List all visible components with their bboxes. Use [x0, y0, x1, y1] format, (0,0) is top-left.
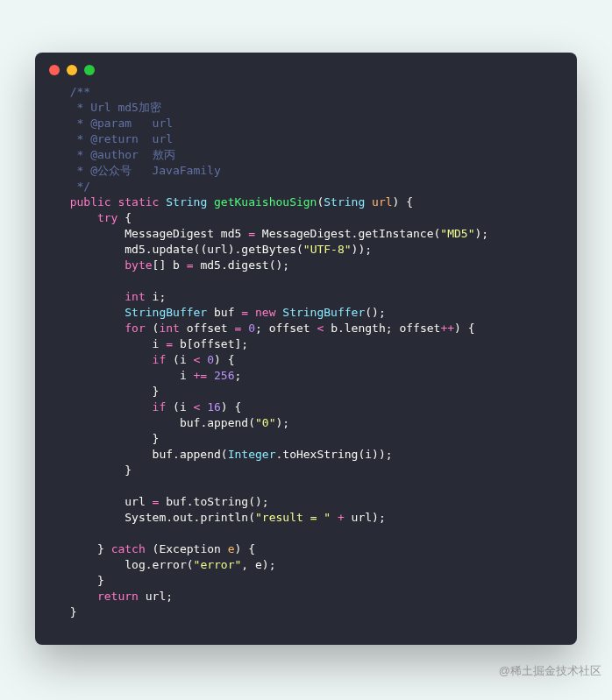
comment-l4: * @return url	[56, 132, 173, 145]
id-url3: url	[125, 495, 145, 508]
comment-l2: * Url md5加密	[56, 101, 161, 114]
kw-try: try	[97, 211, 117, 224]
id-off: offset	[187, 322, 228, 335]
id-buf3: buf	[153, 448, 173, 461]
comment-l3: * @param url	[56, 117, 173, 130]
str-utf8: "UTF-8"	[303, 243, 352, 256]
kw-if2: if	[153, 400, 167, 414]
id-dig: digest	[228, 258, 269, 272]
id-err: error	[153, 558, 187, 571]
fn-name: getKuaishouSign	[214, 195, 317, 209]
kw-int: int	[125, 290, 145, 303]
id-log: log	[125, 558, 145, 571]
close-icon[interactable]	[49, 65, 60, 75]
op-lt3: <	[194, 400, 201, 414]
id-md2: MessageDigest	[262, 227, 352, 240]
num-0b: 0	[207, 353, 214, 366]
op-eq6: =	[153, 495, 160, 508]
id-i6: i	[365, 448, 372, 461]
op-eq: =	[248, 227, 255, 240]
id-i5: i	[180, 400, 187, 414]
comment-l5: * @author 敖丙	[56, 148, 175, 161]
id-app: append	[207, 416, 248, 429]
type-string2: String	[324, 195, 365, 209]
kw-static: static	[117, 195, 159, 209]
num-256: 256	[214, 369, 234, 382]
id-app2: append	[180, 448, 221, 461]
op-eq2: =	[187, 258, 194, 272]
op-pp: ++	[440, 322, 454, 335]
id-e2: e	[255, 558, 262, 571]
id-upd: update	[153, 243, 194, 256]
param-url: url	[372, 195, 392, 209]
id-url4: url	[352, 511, 372, 524]
id-pln: println	[200, 511, 248, 524]
kw-return: return	[97, 590, 139, 603]
id-b2: b	[331, 322, 338, 335]
id-b: b	[173, 258, 180, 272]
kw-byte: byte	[125, 258, 152, 272]
id-len: length	[345, 322, 386, 335]
num-0: 0	[248, 322, 255, 335]
type-string: String	[166, 195, 207, 209]
id-buf2: buf	[180, 416, 200, 429]
id-ex: Exception	[159, 542, 220, 555]
kw-public: public	[70, 195, 111, 209]
id-off4: offset	[194, 337, 235, 350]
id-i3: i	[180, 353, 187, 366]
comment-l1: /**	[56, 85, 90, 98]
op-lt: <	[317, 322, 324, 335]
id-md5b: md5	[125, 243, 145, 256]
comment-l7: */	[56, 180, 90, 193]
id-url5: url	[146, 590, 166, 603]
id-md: MessageDigest	[125, 227, 214, 240]
comment-l6: * @公众号 JavaFamily	[56, 164, 221, 177]
maximize-icon[interactable]	[84, 65, 95, 75]
kw-for: for	[125, 322, 145, 335]
id-url2: url	[207, 243, 227, 256]
str-err: "error"	[194, 558, 242, 571]
id-sys: System	[125, 511, 166, 524]
window-titlebar	[35, 53, 577, 84]
str-res: "result = "	[255, 511, 331, 524]
kw-if: if	[153, 353, 167, 366]
type-int: Integer	[228, 448, 276, 461]
id-out: out	[173, 511, 193, 524]
kw-catch: catch	[111, 542, 146, 555]
id-md5: md5	[221, 227, 241, 240]
op-plus: +	[338, 511, 345, 524]
id-off3: offset	[399, 322, 440, 335]
id-buf4: buf	[166, 495, 186, 508]
op-eq4: =	[235, 322, 242, 335]
id-ths: toHexString	[282, 448, 358, 461]
op-pe: +=	[194, 369, 208, 382]
str-md5: "MD5"	[440, 227, 474, 240]
kw-int2: int	[159, 322, 179, 335]
kw-new: new	[255, 306, 275, 319]
type-sb: StringBuffer	[125, 306, 207, 319]
str-zero: "0"	[255, 416, 275, 429]
op-lt2: <	[194, 353, 201, 366]
id-gi: getInstance	[358, 227, 433, 240]
param-e: e	[228, 542, 235, 555]
id-b3: b	[180, 337, 187, 350]
id-ts: toString	[194, 495, 249, 508]
code-window: /** * Url md5加密 * @param url * @return u…	[35, 53, 577, 645]
id-md5c: md5	[200, 258, 220, 272]
minimize-icon[interactable]	[67, 65, 77, 75]
type-sb2: StringBuffer	[282, 306, 365, 319]
op-eq3: =	[241, 306, 248, 319]
code-content: /** * Url md5加密 * @param url * @return u…	[35, 84, 577, 645]
id-i4: i	[180, 369, 187, 382]
watermark-text: @稀土掘金技术社区	[499, 663, 601, 679]
id-off2: offset	[269, 322, 310, 335]
id-gb: getBytes	[241, 243, 296, 256]
id-i2: i	[153, 337, 160, 350]
id-buf: buf	[214, 306, 234, 319]
op-eq5: =	[166, 337, 173, 350]
num-16: 16	[207, 400, 221, 414]
